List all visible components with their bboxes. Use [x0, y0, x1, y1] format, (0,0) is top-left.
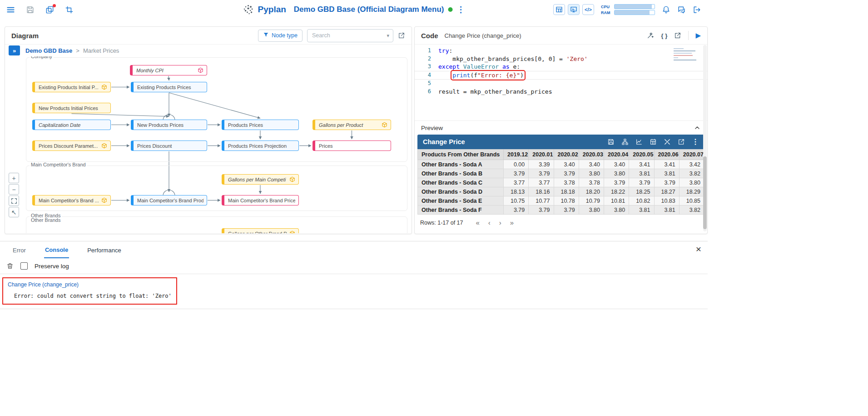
- column-header[interactable]: 2020.05: [629, 150, 654, 160]
- first-page-icon[interactable]: «: [476, 219, 480, 226]
- next-page-icon[interactable]: ›: [499, 219, 501, 226]
- code-line[interactable]: 2 mkp_other_brands_prices[0, 0] = 'Zero': [415, 55, 707, 63]
- zoom-out-icon[interactable]: −: [9, 184, 19, 195]
- code-line[interactable]: 5: [415, 80, 707, 88]
- crop-icon[interactable]: [65, 5, 74, 14]
- node-gallons-per-main-competitor[interactable]: Gallons per Main Competi: [222, 174, 299, 185]
- column-header[interactable]: Products From Other Brands: [418, 150, 504, 160]
- zoom-in-icon[interactable]: +: [9, 173, 19, 183]
- braces-icon[interactable]: { }: [661, 32, 667, 39]
- line-number: 1: [415, 47, 438, 55]
- format-wand-icon[interactable]: [647, 32, 654, 39]
- node-main-competitors-brand-production[interactable]: Main Competitor's Brand Prod...: [131, 195, 207, 205]
- tab-error[interactable]: Error: [12, 247, 27, 258]
- save-icon[interactable]: [26, 5, 35, 14]
- node-main-competitors-brand[interactable]: Main Competitor's Brand ...: [32, 195, 111, 205]
- node-label: Main Competitor's Brand Prices: [228, 198, 295, 203]
- reset-view-icon[interactable]: ↖: [9, 207, 19, 217]
- code-editor[interactable]: 1try:2 mkp_other_brands_prices[0, 0] = '…: [415, 45, 707, 121]
- save-result-icon[interactable]: [607, 138, 615, 145]
- more-options-icon[interactable]: ⋮: [692, 138, 699, 145]
- tab-console[interactable]: Console: [44, 246, 69, 258]
- cell-value: 10.77: [529, 196, 554, 205]
- cell-value: 3.80: [579, 169, 604, 178]
- search-box: ▾: [307, 29, 393, 42]
- table-row[interactable]: Other Brands - Soda F3.793.793.793.803.8…: [418, 205, 704, 215]
- chat-icon[interactable]: [677, 5, 686, 14]
- column-header[interactable]: 2019.12: [504, 150, 529, 160]
- title-menu-icon[interactable]: ⋮: [456, 5, 465, 14]
- collapse-preview-icon[interactable]: [694, 124, 701, 131]
- cell-value: 3.40: [579, 160, 604, 169]
- table-icon[interactable]: [650, 138, 657, 145]
- table-row[interactable]: Other Brands - Soda E10.7510.7710.7810.7…: [418, 196, 704, 205]
- search-input[interactable]: [311, 32, 385, 39]
- scrollbar-thumb[interactable]: [703, 156, 707, 229]
- run-code-icon[interactable]: ▶: [695, 31, 701, 40]
- code-line[interactable]: 3except ValueError as e:: [415, 63, 707, 71]
- node-prices[interactable]: Prices: [312, 140, 391, 151]
- fit-screen-icon[interactable]: [9, 195, 19, 206]
- code-line[interactable]: 6result = mkp_other_brands_prices: [415, 88, 707, 96]
- open-diagram-external-icon[interactable]: [398, 32, 405, 39]
- node-type-filter-button[interactable]: Node type: [258, 30, 303, 42]
- clear-console-icon[interactable]: [6, 262, 14, 270]
- last-page-icon[interactable]: »: [510, 219, 514, 226]
- code-line[interactable]: 4 print(f"Error: {e}"): [415, 71, 707, 80]
- breadcrumb-root[interactable]: Demo GBD Base: [25, 47, 72, 54]
- vertical-scrollbar[interactable]: [703, 45, 707, 231]
- console-entry-link[interactable]: Change Price (change_price): [8, 281, 172, 288]
- prev-page-icon[interactable]: ‹: [488, 219, 491, 226]
- node-new-products-prices[interactable]: New Products Prices: [131, 120, 207, 130]
- table-row[interactable]: Other Brands - Soda B3.793.793.793.803.8…: [418, 169, 704, 178]
- open-result-external-icon[interactable]: [678, 138, 685, 145]
- preserve-log-checkbox[interactable]: [20, 262, 28, 270]
- column-header[interactable]: 2020.04: [604, 150, 629, 160]
- cell-value: 3.42: [679, 160, 704, 169]
- tab-performance[interactable]: Performance: [86, 247, 122, 258]
- node-monthly-cpi[interactable]: Monthly CPI: [130, 65, 207, 75]
- code-line[interactable]: 1try:: [415, 47, 707, 55]
- expand-sidebar-icon[interactable]: »: [9, 45, 20, 55]
- column-header[interactable]: 2020.02: [554, 150, 579, 160]
- node-gallons-per-other-brand[interactable]: Gallons per Other Brand P...: [222, 228, 299, 233]
- node-prices-discount[interactable]: Prices Discount: [131, 140, 207, 151]
- copy-icon[interactable]: [45, 5, 54, 14]
- node-gallons-per-product[interactable]: Gallons per Product: [312, 120, 391, 130]
- diagram-canvas[interactable]: + − ↖ CompanyMain Competitor's BrandOthe…: [5, 56, 412, 233]
- node-prices-discount-parameters[interactable]: Prices Discount Paramet...: [32, 140, 111, 151]
- chart-icon[interactable]: [635, 138, 643, 145]
- close-console-icon[interactable]: ×: [696, 244, 701, 254]
- code-view-icon[interactable]: </>: [582, 4, 594, 15]
- interface-view-icon[interactable]: [568, 4, 580, 15]
- node-capitalization-date[interactable]: Capitalization Date: [32, 120, 111, 130]
- column-header[interactable]: 2020.07: [679, 150, 704, 160]
- preview-footer: Rows: 1-17 of 17 « ‹ › »: [417, 215, 704, 231]
- cube-icon: [382, 122, 387, 128]
- minimap[interactable]: [674, 47, 700, 62]
- node-graph-icon[interactable]: [621, 138, 629, 145]
- cube-icon: [101, 84, 107, 90]
- chevron-down-icon[interactable]: ▾: [387, 33, 389, 39]
- node-products-prices[interactable]: Products Prices: [222, 120, 299, 130]
- logout-icon[interactable]: [693, 5, 701, 14]
- cell-value: 3.80: [679, 178, 704, 187]
- node-new-products-initial-prices[interactable]: New Products Initial Prices: [32, 103, 111, 113]
- tools-icon[interactable]: [664, 138, 671, 145]
- table-view-icon[interactable]: [553, 4, 565, 15]
- table-row[interactable]: Other Brands - Soda C3.773.773.783.783.7…: [418, 178, 704, 187]
- node-existing-products-prices[interactable]: Existing Products Prices: [131, 82, 207, 92]
- node-products-prices-projection[interactable]: Products Prices Projection: [222, 140, 299, 151]
- notifications-bell-icon[interactable]: [662, 5, 670, 14]
- column-header[interactable]: 2020.03: [579, 150, 604, 160]
- table-row[interactable]: Other Brands - Soda A0.003.393.403.403.4…: [418, 160, 704, 169]
- table-row[interactable]: Other Brands - Soda D18.1318.1618.1818.2…: [418, 187, 704, 196]
- open-code-external-icon[interactable]: [674, 32, 681, 39]
- menu-icon[interactable]: [6, 5, 15, 14]
- node-existing-products-initial-prices[interactable]: Existing Products Initial P...: [32, 82, 111, 92]
- column-header[interactable]: 2020.01: [529, 150, 554, 160]
- node-label: New Products Prices: [137, 122, 203, 128]
- column-header[interactable]: 2020.06: [654, 150, 679, 160]
- node-main-competitors-brand-prices[interactable]: Main Competitor's Brand Prices: [222, 195, 299, 205]
- divider: [688, 31, 689, 40]
